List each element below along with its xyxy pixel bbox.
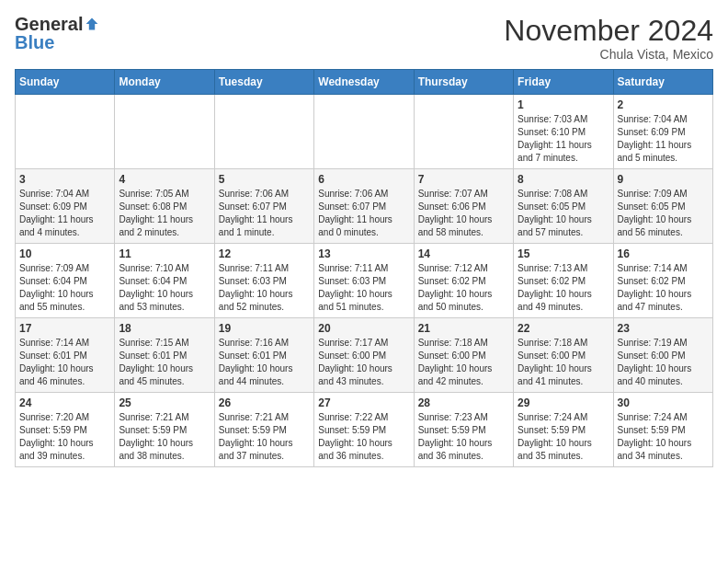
day-info: Sunrise: 7:23 AMSunset: 5:59 PMDaylight:…	[418, 411, 509, 463]
day-info: Sunrise: 7:22 AMSunset: 5:59 PMDaylight:…	[318, 411, 409, 463]
calendar-day-cell	[314, 95, 414, 169]
calendar-header-cell: Wednesday	[314, 70, 414, 95]
day-info: Sunrise: 7:13 AMSunset: 6:02 PMDaylight:…	[518, 262, 609, 314]
day-info: Sunrise: 7:21 AMSunset: 5:59 PMDaylight:…	[219, 411, 310, 463]
day-number: 19	[219, 322, 310, 335]
day-info: Sunrise: 7:10 AMSunset: 6:04 PMDaylight:…	[119, 262, 210, 314]
day-info: Sunrise: 7:03 AMSunset: 6:10 PMDaylight:…	[518, 113, 609, 165]
day-number: 20	[318, 322, 409, 335]
day-number: 14	[418, 247, 509, 260]
day-number: 4	[119, 173, 210, 186]
day-number: 18	[119, 322, 210, 335]
calendar-header-cell: Thursday	[414, 70, 513, 95]
calendar-week-row: 24Sunrise: 7:20 AMSunset: 5:59 PMDayligh…	[16, 393, 713, 467]
day-info: Sunrise: 7:18 AMSunset: 6:00 PMDaylight:…	[518, 337, 609, 388]
day-number: 24	[19, 396, 110, 409]
calendar-day-cell: 6Sunrise: 7:06 AMSunset: 6:07 PMDaylight…	[314, 169, 414, 244]
day-number: 10	[19, 247, 110, 260]
calendar-day-cell	[16, 95, 115, 169]
calendar-day-cell	[115, 95, 214, 169]
calendar-header-cell: Tuesday	[214, 70, 313, 95]
day-info: Sunrise: 7:18 AMSunset: 6:00 PMDaylight:…	[418, 337, 509, 388]
day-info: Sunrise: 7:11 AMSunset: 6:03 PMDaylight:…	[318, 262, 409, 314]
calendar-header-cell: Friday	[514, 70, 613, 95]
calendar-day-cell: 29Sunrise: 7:24 AMSunset: 5:59 PMDayligh…	[514, 393, 613, 467]
day-number: 23	[618, 322, 709, 335]
day-info: Sunrise: 7:11 AMSunset: 6:03 PMDaylight:…	[219, 262, 310, 314]
calendar-day-cell: 13Sunrise: 7:11 AMSunset: 6:03 PMDayligh…	[314, 244, 414, 318]
calendar-day-cell: 12Sunrise: 7:11 AMSunset: 6:03 PMDayligh…	[214, 244, 313, 318]
calendar-day-cell: 7Sunrise: 7:07 AMSunset: 6:06 PMDaylight…	[414, 169, 513, 244]
calendar-day-cell: 5Sunrise: 7:06 AMSunset: 6:07 PMDaylight…	[214, 169, 313, 244]
day-info: Sunrise: 7:12 AMSunset: 6:02 PMDaylight:…	[418, 262, 509, 314]
day-info: Sunrise: 7:06 AMSunset: 6:07 PMDaylight:…	[318, 188, 409, 239]
calendar-day-cell	[214, 95, 313, 169]
day-number: 2	[618, 98, 709, 111]
day-number: 29	[518, 396, 609, 409]
calendar-day-cell: 30Sunrise: 7:24 AMSunset: 5:59 PMDayligh…	[613, 393, 712, 467]
svg-marker-0	[86, 18, 98, 30]
calendar-day-cell: 17Sunrise: 7:14 AMSunset: 6:01 PMDayligh…	[16, 318, 115, 393]
calendar-day-cell: 14Sunrise: 7:12 AMSunset: 6:02 PMDayligh…	[414, 244, 513, 318]
day-number: 16	[618, 247, 709, 260]
day-number: 5	[219, 173, 310, 186]
day-number: 28	[418, 396, 509, 409]
day-number: 27	[318, 396, 409, 409]
calendar-day-cell	[414, 95, 513, 169]
calendar-day-cell: 19Sunrise: 7:16 AMSunset: 6:01 PMDayligh…	[214, 318, 313, 393]
calendar-day-cell: 2Sunrise: 7:04 AMSunset: 6:09 PMDaylight…	[613, 95, 712, 169]
calendar-week-row: 3Sunrise: 7:04 AMSunset: 6:09 PMDaylight…	[16, 169, 713, 244]
day-number: 6	[318, 173, 409, 186]
calendar-week-row: 1Sunrise: 7:03 AMSunset: 6:10 PMDaylight…	[16, 95, 713, 169]
calendar-body: 1Sunrise: 7:03 AMSunset: 6:10 PMDaylight…	[16, 95, 713, 467]
day-info: Sunrise: 7:09 AMSunset: 6:04 PMDaylight:…	[19, 262, 110, 314]
day-info: Sunrise: 7:04 AMSunset: 6:09 PMDaylight:…	[19, 188, 110, 239]
day-number: 26	[219, 396, 310, 409]
calendar-day-cell: 23Sunrise: 7:19 AMSunset: 6:00 PMDayligh…	[613, 318, 712, 393]
day-info: Sunrise: 7:15 AMSunset: 6:01 PMDaylight:…	[119, 337, 210, 388]
day-info: Sunrise: 7:07 AMSunset: 6:06 PMDaylight:…	[418, 188, 509, 239]
day-number: 30	[618, 396, 709, 409]
day-info: Sunrise: 7:20 AMSunset: 5:59 PMDaylight:…	[19, 411, 110, 463]
calendar-day-cell: 22Sunrise: 7:18 AMSunset: 6:00 PMDayligh…	[514, 318, 613, 393]
day-info: Sunrise: 7:05 AMSunset: 6:08 PMDaylight:…	[119, 188, 210, 239]
calendar-day-cell: 8Sunrise: 7:08 AMSunset: 6:05 PMDaylight…	[514, 169, 613, 244]
day-number: 15	[518, 247, 609, 260]
day-number: 9	[618, 173, 709, 186]
day-number: 17	[19, 322, 110, 335]
page-header: General Blue November 2024 Chula Vista, …	[15, 15, 713, 62]
location-text: Chula Vista, Mexico	[504, 47, 713, 62]
calendar-day-cell: 3Sunrise: 7:04 AMSunset: 6:09 PMDaylight…	[16, 169, 115, 244]
day-info: Sunrise: 7:14 AMSunset: 6:02 PMDaylight:…	[618, 262, 709, 314]
day-info: Sunrise: 7:09 AMSunset: 6:05 PMDaylight:…	[618, 188, 709, 239]
day-number: 25	[119, 396, 210, 409]
day-info: Sunrise: 7:21 AMSunset: 5:59 PMDaylight:…	[119, 411, 210, 463]
calendar-day-cell: 4Sunrise: 7:05 AMSunset: 6:08 PMDaylight…	[115, 169, 214, 244]
calendar-day-cell: 20Sunrise: 7:17 AMSunset: 6:00 PMDayligh…	[314, 318, 414, 393]
calendar-day-cell: 24Sunrise: 7:20 AMSunset: 5:59 PMDayligh…	[16, 393, 115, 467]
logo: General Blue	[15, 15, 99, 52]
calendar-header-cell: Saturday	[613, 70, 712, 95]
day-info: Sunrise: 7:24 AMSunset: 5:59 PMDaylight:…	[618, 411, 709, 463]
day-number: 3	[19, 173, 110, 186]
calendar-header-cell: Monday	[115, 70, 214, 95]
day-number: 8	[518, 173, 609, 186]
calendar-day-cell: 9Sunrise: 7:09 AMSunset: 6:05 PMDaylight…	[613, 169, 712, 244]
calendar-day-cell: 28Sunrise: 7:23 AMSunset: 5:59 PMDayligh…	[414, 393, 513, 467]
calendar-day-cell: 11Sunrise: 7:10 AMSunset: 6:04 PMDayligh…	[115, 244, 214, 318]
calendar-table: SundayMondayTuesdayWednesdayThursdayFrid…	[15, 69, 713, 467]
logo-general-text: General	[15, 15, 83, 33]
day-number: 11	[119, 247, 210, 260]
day-info: Sunrise: 7:04 AMSunset: 6:09 PMDaylight:…	[618, 113, 709, 165]
calendar-header: SundayMondayTuesdayWednesdayThursdayFrid…	[16, 70, 713, 95]
day-number: 1	[518, 98, 609, 111]
calendar-day-cell: 16Sunrise: 7:14 AMSunset: 6:02 PMDayligh…	[613, 244, 712, 318]
calendar-day-cell: 25Sunrise: 7:21 AMSunset: 5:59 PMDayligh…	[115, 393, 214, 467]
month-title: November 2024	[504, 15, 713, 47]
day-number: 22	[518, 322, 609, 335]
day-info: Sunrise: 7:17 AMSunset: 6:00 PMDaylight:…	[318, 337, 409, 388]
calendar-day-cell: 15Sunrise: 7:13 AMSunset: 6:02 PMDayligh…	[514, 244, 613, 318]
day-info: Sunrise: 7:08 AMSunset: 6:05 PMDaylight:…	[518, 188, 609, 239]
calendar-day-cell: 26Sunrise: 7:21 AMSunset: 5:59 PMDayligh…	[214, 393, 313, 467]
calendar-day-cell: 21Sunrise: 7:18 AMSunset: 6:00 PMDayligh…	[414, 318, 513, 393]
